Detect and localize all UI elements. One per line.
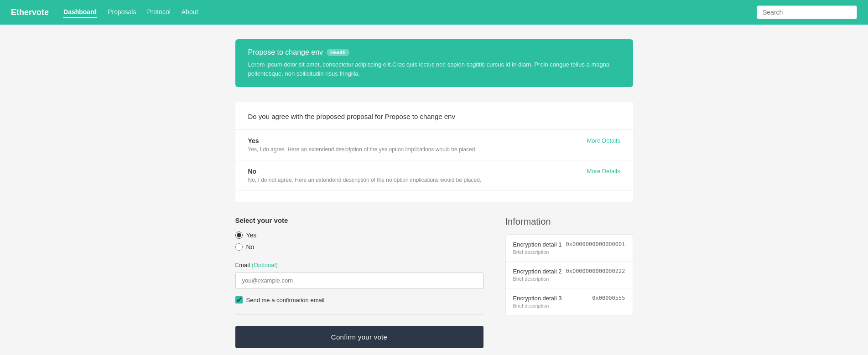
confirmation-checkbox-row: Send me a confirmation email [235,296,483,304]
search-input[interactable] [757,5,857,19]
information-card: Encryption detail 1 Brief description 0x… [505,234,633,315]
question-section: Do you agree with the proposed proposal … [235,102,633,202]
nav-links: Dashboard Proposals Protocol About [63,6,198,18]
option-yes-desc: Yes, I do agree. Here an extendend descr… [248,146,477,153]
confirm-vote-button[interactable]: Confirm your vote [235,326,483,348]
option-yes-row: Yes Yes, I do agree. Here an extendend d… [235,130,633,160]
email-label: Email (Optional) [235,262,483,268]
option-no-row: No No, I do not agree. Here an extendend… [235,160,633,190]
option-no-label: No [248,168,482,175]
info-val-2: 0x00000555 [592,295,625,301]
vote-radio-group: Yes No [235,232,483,251]
banner-description: Lorem ipsum dolor sit amet, consectetur … [248,60,620,78]
info-sub-2: Brief description [513,303,562,309]
form-divider [235,314,483,315]
info-val-0: 0x0000000000000001 [566,241,625,247]
nav-dashboard[interactable]: Dashboard [63,6,97,18]
banner-title-text: Propose to change env [248,48,323,57]
nav-about[interactable]: About [182,6,198,18]
nav-proposals[interactable]: Proposals [108,6,136,18]
option-divider-bottom [235,190,633,191]
vote-radio-yes[interactable] [235,232,243,239]
brand-logo: Ethervote [11,8,49,17]
banner-title-row: Propose to change env Health [248,48,620,57]
info-key-1: Encryption detail 2 [513,268,562,275]
vote-form: Select your vote Yes No Email (Optional)… [235,216,483,348]
option-no-more-details[interactable]: More Details [580,168,620,175]
info-key-2: Encryption detail 3 [513,295,562,302]
banner-badge: Health [327,49,349,56]
proposal-banner: Propose to change env Health Lorem ipsum… [235,39,633,87]
info-row-2: Encryption detail 3 Brief description 0x… [506,288,633,315]
nav-protocol[interactable]: Protocol [147,6,170,18]
info-val-1: 0x0000000000000222 [566,268,625,274]
confirmation-checkbox[interactable] [235,296,243,304]
main-content: Propose to change env Health Lorem ipsum… [224,25,644,355]
option-yes-label: Yes [248,137,477,144]
option-no-content: No No, I do not agree. Here an extendend… [248,168,482,183]
email-input[interactable] [235,272,483,289]
vote-radio-no[interactable] [235,243,243,251]
option-yes-more-details[interactable]: More Details [580,137,620,144]
info-row-1: Encryption detail 2 Brief description 0x… [506,262,633,288]
vote-layout: Select your vote Yes No Email (Optional)… [235,216,633,348]
question-text: Do you agree with the proposed proposal … [235,113,633,120]
vote-option-no-label: No [246,243,255,251]
vote-option-yes[interactable]: Yes [235,232,483,239]
info-row-0: Encryption detail 1 Brief description 0x… [506,235,633,262]
option-no-desc: No, I do not agree. Here an extendend de… [248,177,482,183]
confirmation-checkbox-label[interactable]: Send me a confirmation email [246,297,325,304]
info-key-0: Encryption detail 1 [513,241,562,248]
vote-option-no[interactable]: No [235,243,483,251]
info-sub-0: Brief description [513,249,562,255]
vote-option-yes-label: Yes [246,232,257,239]
information-panel: Information Encryption detail 1 Brief de… [505,216,633,315]
info-sub-1: Brief description [513,276,562,282]
navbar: Ethervote Dashboard Proposals Protocol A… [0,0,868,25]
information-title: Information [505,216,633,227]
search-container [757,5,857,19]
option-yes-content: Yes Yes, I do agree. Here an extendend d… [248,137,477,153]
vote-form-title: Select your vote [235,216,483,224]
email-optional: (Optional) [252,262,278,268]
